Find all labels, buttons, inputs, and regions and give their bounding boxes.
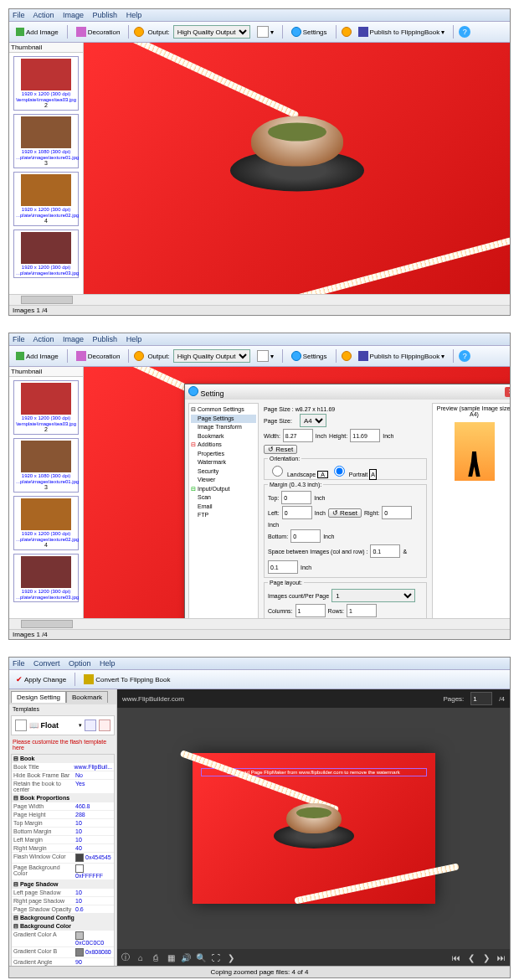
last-page-icon[interactable]: ⏭ xyxy=(496,952,506,962)
thumbnail-item[interactable]: 1920 x 1200 (300 dpi)...plate\images\tex… xyxy=(13,172,79,226)
close-button[interactable]: ✕ xyxy=(505,387,510,397)
margin-bottom-input[interactable] xyxy=(290,529,321,543)
output-select[interactable]: High Quality Output xyxy=(173,349,250,363)
property-row[interactable]: Retain the book to centerYes xyxy=(12,780,114,794)
decoration-button[interactable]: Decoration xyxy=(73,349,124,363)
menu-action[interactable]: Action xyxy=(33,11,54,19)
property-value[interactable]: No xyxy=(74,771,114,779)
print-icon[interactable]: ⎙ xyxy=(151,952,161,962)
first-page-icon[interactable]: ⏮ xyxy=(451,952,461,962)
thumbnail-item[interactable]: 1920 x 1200 (300 dpi)...plate\images\tex… xyxy=(13,230,79,278)
property-row[interactable]: Page Height288 xyxy=(12,811,114,819)
tab-design[interactable]: Design Setting xyxy=(11,691,66,703)
reset-button[interactable]: ↺ Reset xyxy=(328,508,362,518)
menu-action[interactable]: Action xyxy=(33,335,54,343)
next-page-icon[interactable]: ❯ xyxy=(481,952,491,962)
landscape-radio[interactable]: Landscape A xyxy=(268,472,328,477)
columns-input[interactable] xyxy=(295,604,326,617)
property-row[interactable]: Book Titlewww.FlipBuil... xyxy=(12,763,114,771)
template-selector[interactable]: 📖 Float ▾ xyxy=(11,715,115,735)
output-color-button[interactable]: ▾ xyxy=(254,24,277,39)
menu-option[interactable]: Option xyxy=(69,659,91,668)
prev-page-icon[interactable]: ❮ xyxy=(466,952,476,962)
property-row[interactable]: Gradient Color A0xC0C0C0 xyxy=(12,931,114,947)
thumbnail-item[interactable]: 1920 x 1200 (300 dpi)\template\images\te… xyxy=(13,56,79,111)
settings-button[interactable]: Settings xyxy=(288,25,331,39)
property-row[interactable]: Gradient Color B0x808080 xyxy=(12,947,114,958)
space-col-input[interactable] xyxy=(370,544,400,558)
property-value[interactable]: 460.8 xyxy=(74,802,114,810)
property-row[interactable]: Page Shadow Opacity0.6 xyxy=(12,905,114,914)
decoration-button[interactable]: Decoration xyxy=(73,25,124,39)
menu-file[interactable]: File xyxy=(13,659,25,668)
property-value[interactable]: 10 xyxy=(74,836,114,843)
property-value[interactable]: 10 xyxy=(74,819,114,827)
thumbnail-item[interactable]: 1920 x 1080 (300 dpi)...plate\images\tex… xyxy=(13,438,79,493)
property-row[interactable]: Right Margin40 xyxy=(12,844,114,853)
properties-grid[interactable]: ⊟ BookBook Titlewww.FlipBuil...Hide Book… xyxy=(11,754,115,966)
property-value[interactable]: 90 xyxy=(74,958,114,966)
property-row[interactable]: Hide Book Frame BarNo xyxy=(12,771,114,780)
property-group[interactable]: ⊟ Background Config xyxy=(12,914,114,922)
property-value[interactable]: 10 xyxy=(74,828,114,835)
add-image-button[interactable]: Add Image xyxy=(13,26,62,38)
publish-button[interactable]: Publish to FlippingBook ▾ xyxy=(355,25,449,39)
margin-left-input[interactable] xyxy=(282,506,312,519)
width-input[interactable] xyxy=(283,429,313,442)
sound-icon[interactable]: 🔊 xyxy=(181,952,191,962)
save-icon[interactable] xyxy=(85,720,96,731)
property-row[interactable]: Left page Shadow10 xyxy=(12,889,114,897)
fullscreen-icon[interactable]: ⛶ xyxy=(211,952,221,962)
thumbnail-item[interactable]: 1920 x 1200 (300 dpi)...plate\images\tex… xyxy=(13,496,79,550)
property-value[interactable]: 10 xyxy=(74,897,114,905)
delete-icon[interactable] xyxy=(99,720,110,731)
output-select[interactable]: High Quality Output xyxy=(173,25,250,39)
convert-button[interactable]: Convert To Flipping Book xyxy=(80,673,173,686)
property-row[interactable]: Page Width460.8 xyxy=(12,802,114,811)
thumbnail-item[interactable]: 1920 x 1200 (300 dpi)\template\images\te… xyxy=(13,380,79,435)
property-value[interactable]: 0xC0C0C0 xyxy=(74,931,114,946)
property-value[interactable]: 0.6 xyxy=(74,905,114,913)
property-row[interactable]: Gradient Angle90 xyxy=(12,958,114,966)
property-value[interactable]: 10 xyxy=(74,889,114,896)
images-per-page-select[interactable]: 1 xyxy=(331,589,415,602)
portrait-radio[interactable]: Portrait A xyxy=(330,472,377,477)
menu-publish[interactable]: Publish xyxy=(93,335,118,343)
property-value[interactable]: 40 xyxy=(74,844,114,852)
settings-tree[interactable]: ⊟Common Settings Page Settings Image Tra… xyxy=(188,403,259,618)
output-color-button[interactable]: ▾ xyxy=(254,348,277,364)
property-row[interactable]: Flash Window Color0x454545 xyxy=(12,853,114,864)
apply-change-button[interactable]: ✔Apply Change xyxy=(13,673,69,685)
info-icon[interactable]: ⓘ xyxy=(121,952,131,962)
menu-help[interactable]: Help xyxy=(100,659,116,668)
space-row-input[interactable] xyxy=(268,560,298,574)
help-icon[interactable]: ? xyxy=(459,350,470,362)
property-row[interactable]: Right page Shadow10 xyxy=(12,897,114,905)
menu-image[interactable]: Image xyxy=(63,11,84,19)
help-icon[interactable]: ? xyxy=(459,26,470,38)
thumbnail-item[interactable]: 1920 x 1200 (300 dpi)...plate\images\tex… xyxy=(13,554,79,602)
horizontal-scrollbar[interactable] xyxy=(9,618,510,629)
horizontal-scrollbar[interactable] xyxy=(9,294,510,305)
menu-file[interactable]: File xyxy=(13,11,25,19)
menu-publish[interactable]: Publish xyxy=(93,11,118,19)
book-preview[interactable]: Download Page FlipMaker from www.flipbui… xyxy=(117,708,510,949)
property-value[interactable]: 0xFFFFFF xyxy=(74,864,114,879)
add-image-button[interactable]: Add Image xyxy=(13,350,62,362)
menu-convert[interactable]: Convert xyxy=(33,659,60,668)
property-value[interactable]: 288 xyxy=(74,811,114,818)
zoom-icon[interactable]: 🔍 xyxy=(196,952,206,962)
thumbnails-icon[interactable]: ▦ xyxy=(166,952,176,962)
property-value[interactable]: Yes xyxy=(74,780,114,793)
property-group[interactable]: ⊟ Background Color xyxy=(12,922,114,931)
menu-help[interactable]: Help xyxy=(126,11,142,19)
property-row[interactable]: Left Margin10 xyxy=(12,836,114,844)
share-icon[interactable]: ❯ xyxy=(226,952,236,962)
height-input[interactable] xyxy=(350,429,380,442)
property-value[interactable]: 0x454545 xyxy=(74,853,114,863)
property-group[interactable]: ⊟ Book Proportions xyxy=(12,794,114,802)
publish-button[interactable]: Publish to FlippingBook ▾ xyxy=(355,349,449,363)
property-row[interactable]: Page Background Color0xFFFFFF xyxy=(12,864,114,880)
home-icon[interactable]: ⌂ xyxy=(136,952,146,962)
property-group[interactable]: ⊟ Book xyxy=(12,755,114,763)
